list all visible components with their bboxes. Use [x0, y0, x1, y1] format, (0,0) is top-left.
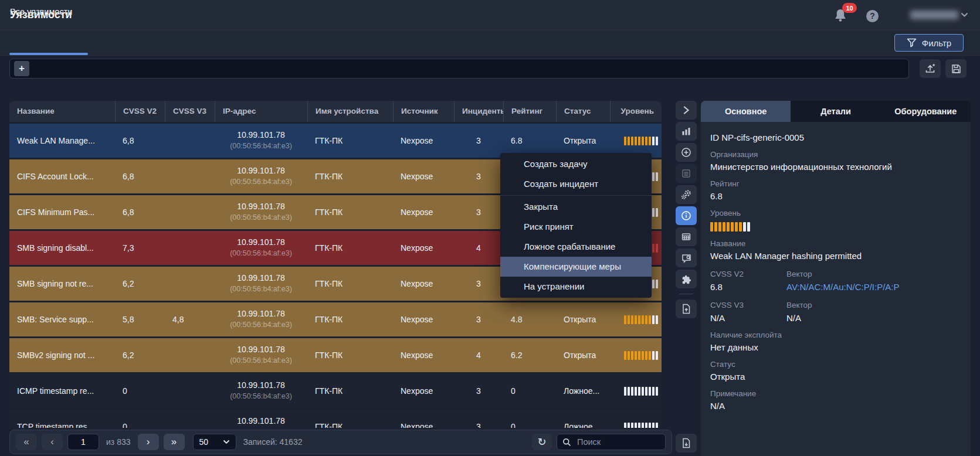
column-header-status[interactable]: Статус [556, 101, 610, 122]
first-page-button[interactable]: « [16, 434, 37, 450]
chart-view-button[interactable] [676, 122, 697, 141]
column-header-rating[interactable]: Рейтинг [503, 101, 556, 122]
cell-device: ГТК-ПК [307, 195, 393, 229]
page-number-input[interactable] [67, 434, 99, 450]
cvss2-label: CVSS V2 [710, 270, 786, 278]
cell-source: Nexpose [393, 267, 454, 301]
menu-separator [500, 195, 652, 196]
column-header-cvss2[interactable]: CVSS V2 [115, 101, 165, 122]
severity-level-bars [624, 351, 658, 360]
cell-incidents: 4 [454, 338, 503, 372]
cell-ip: 10.99.101.78(00:50:56:b4:af:e3) [215, 231, 307, 265]
cell-level [610, 410, 662, 428]
settings-button[interactable] [676, 185, 697, 204]
plugins-button[interactable] [676, 270, 697, 288]
tab-hardware[interactable]: Оборудование [881, 101, 971, 122]
user-menu-chevron-down-icon[interactable] [961, 12, 968, 18]
cell-source: Nexpose [393, 124, 454, 158]
cell-name: TCP timestamp res... [9, 410, 115, 428]
card-view-button[interactable] [676, 164, 697, 183]
cell-cvss2: 5,8 [115, 302, 165, 336]
table-row[interactable]: SMBv2 signing not ... 6,2 10.99.101.78(0… [9, 338, 662, 372]
cell-name: CIFS Account Lock... [9, 159, 115, 193]
last-page-button[interactable]: » [164, 434, 185, 450]
note-label: Примечание [710, 389, 961, 398]
cell-incidents: 3 [454, 195, 503, 229]
cell-cvss3 [165, 374, 215, 408]
column-header-level[interactable]: Уровень [610, 101, 662, 122]
column-header-source[interactable]: Источник [393, 101, 454, 122]
search-input[interactable] [576, 437, 660, 447]
exploit-label: Наличие эксплойта [710, 331, 961, 339]
column-header-ip[interactable]: IP-адрес [215, 101, 307, 122]
records-count-label: Записей: 41632 [243, 437, 303, 447]
filter-button[interactable]: Фильтр [894, 34, 964, 52]
comments-search-button[interactable] [676, 249, 697, 267]
cvss2-value: 6.8 [710, 282, 786, 292]
menu-item-create-task[interactable]: Создать задачу [500, 154, 652, 174]
prev-page-button[interactable]: ‹ [42, 434, 63, 450]
cell-device: ГТК-ПК [307, 374, 393, 408]
menu-item-create-incident[interactable]: Создать инцидент [500, 174, 652, 194]
cell-incidents: 3 [454, 159, 503, 193]
file-download-button[interactable] [676, 434, 697, 452]
cell-source: Nexpose [393, 195, 454, 229]
page-size-value: 50 [199, 437, 209, 447]
cvss2-vector-link[interactable]: AV:N/AC:M/Au:N/C:P/I:P/A:P [786, 282, 961, 292]
column-header-incidents[interactable]: Инциденты [454, 101, 503, 122]
severity-level-bars [624, 423, 658, 428]
table-header-row: Название CVSS V2 CVSS V3 IP-адрес Имя ус… [9, 101, 662, 122]
cell-device: ГТК-ПК [307, 231, 393, 265]
cvss3-vector-value: N/A [786, 313, 961, 323]
cell-device: ГТК-ПК [307, 410, 393, 428]
user-name-blurred[interactable] [910, 11, 958, 19]
tab-details[interactable]: Детали [791, 101, 880, 122]
rating-label: Рейтинг [710, 179, 961, 188]
data-grid-button[interactable] [676, 227, 697, 246]
tab-main[interactable]: Основное [701, 101, 791, 122]
file-export-button[interactable] [676, 300, 697, 318]
help-icon[interactable]: ? [866, 10, 879, 22]
save-filter-button[interactable] [945, 59, 967, 78]
side-toolbar [676, 101, 697, 318]
cell-incidents: 3 [454, 374, 503, 408]
column-header-cvss3[interactable]: CVSS V3 [165, 101, 215, 122]
cell-name: SMBv2 signing not ... [9, 338, 115, 372]
active-tab-underline [9, 53, 88, 55]
tab-all-vulnerabilities[interactable]: Все уязвимости [10, 7, 72, 16]
comment-search-icon [681, 253, 691, 263]
column-header-name[interactable]: Название [9, 101, 115, 122]
cell-cvss3 [165, 267, 215, 301]
menu-item-closed[interactable]: Закрыта [500, 197, 652, 217]
cell-rating: 0 [503, 410, 556, 428]
filter-expression-input[interactable] [9, 59, 909, 79]
export-filter-button[interactable] [920, 59, 941, 78]
cell-status: Открыта [556, 338, 610, 372]
cell-cvss3: 4,8 [165, 302, 215, 336]
collapse-panel-button[interactable] [676, 101, 697, 120]
cell-incidents: 3 [454, 410, 503, 428]
add-button[interactable] [676, 143, 697, 162]
table-row[interactable]: SMB: Service supp... 5,8 4,8 10.99.101.7… [9, 302, 662, 336]
info-panel-button[interactable] [676, 206, 697, 225]
menu-item-compensating-measures[interactable]: Компенсирующие меры [500, 257, 652, 277]
column-header-device[interactable]: Имя устройства [307, 101, 393, 122]
menu-item-in-remediation[interactable]: На устранении [500, 277, 652, 297]
table-row[interactable]: ICMP timestamp re... 0 10.99.101.78(00:5… [9, 374, 662, 408]
cvss3-value: N/A [710, 313, 786, 323]
cell-level [610, 338, 662, 372]
add-filter-condition-button[interactable]: + [14, 61, 29, 76]
menu-item-risk-accepted[interactable]: Риск принят [500, 217, 652, 237]
cell-ip: 10.99.101.78(00:50:56:b4:af:e3) [215, 195, 307, 229]
cvss3-label: CVSS V3 [710, 301, 786, 309]
row-context-menu: Создать задачу Создать инцидент Закрыта … [500, 153, 652, 298]
menu-item-false-positive[interactable]: Ложное срабатывание [500, 237, 652, 257]
cell-mac: (00:50:56:b4:af:e3) [230, 320, 292, 331]
next-page-button[interactable]: › [138, 434, 159, 450]
table-row[interactable]: TCP timestamp res... 0 10.99.101.78(00:5… [9, 410, 662, 428]
toolbar-separator [679, 294, 693, 294]
file-arrow-up-icon [681, 304, 691, 314]
refresh-button[interactable]: ↻ [532, 434, 552, 450]
search-box[interactable] [557, 434, 666, 450]
page-size-select[interactable]: 50 [193, 434, 236, 450]
